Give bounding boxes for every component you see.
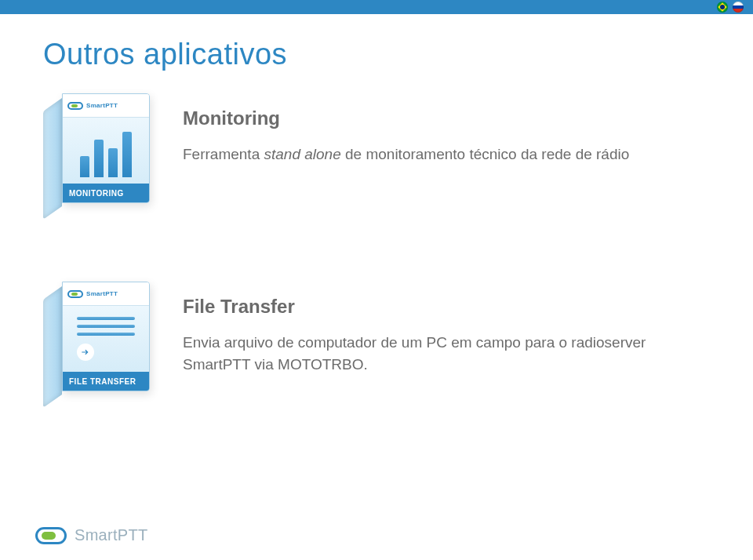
brazil-flag-icon — [717, 2, 728, 13]
product-box-brand: SmartPTT — [86, 290, 118, 297]
section-heading-filetransfer: File Transfer — [183, 296, 710, 318]
smartptt-mini-logo-icon — [67, 290, 83, 298]
arrow-right-icon — [77, 344, 94, 361]
desc-text: Envia arquivo de computador de um PC em … — [183, 334, 646, 373]
russia-flag-icon — [733, 2, 744, 13]
smartptt-logo-icon — [35, 527, 67, 544]
section-description-filetransfer: Envia arquivo de computador de um PC em … — [183, 332, 710, 375]
page-content: Outros aplicativos SmartPTT MONITORING M… — [0, 14, 753, 403]
footer-brand-text: SmartPTT — [75, 526, 148, 544]
section-monitoring: SmartPTT MONITORING Monitoring Ferrament… — [43, 93, 710, 215]
smartptt-mini-logo-icon — [67, 102, 83, 110]
section-heading-monitoring: Monitoring — [183, 107, 710, 129]
product-box-monitoring: SmartPTT MONITORING — [43, 93, 161, 215]
product-box-filetransfer: SmartPTT FILE TRANSFER — [43, 282, 161, 403]
top-bar — [0, 0, 753, 14]
bar-chart-icon — [63, 118, 149, 184]
desc-italic: stand alone — [264, 146, 340, 162]
section-filetransfer: SmartPTT FILE TRANSFER File Transfer Env… — [43, 282, 710, 403]
file-transfer-icon — [63, 306, 149, 372]
product-box-label: MONITORING — [63, 184, 149, 202]
flag-group — [717, 2, 744, 13]
section-description-monitoring: Ferramenta stand alone de monitoramento … — [183, 144, 710, 165]
product-box-label: FILE TRANSFER — [63, 372, 149, 391]
desc-text: de monitoramento técnico da rede de rádi… — [341, 146, 630, 162]
footer-logo: SmartPTT — [35, 526, 148, 544]
product-box-brand: SmartPTT — [86, 102, 118, 109]
page-title: Outros aplicativos — [43, 38, 710, 71]
desc-text: Ferramenta — [183, 146, 264, 162]
